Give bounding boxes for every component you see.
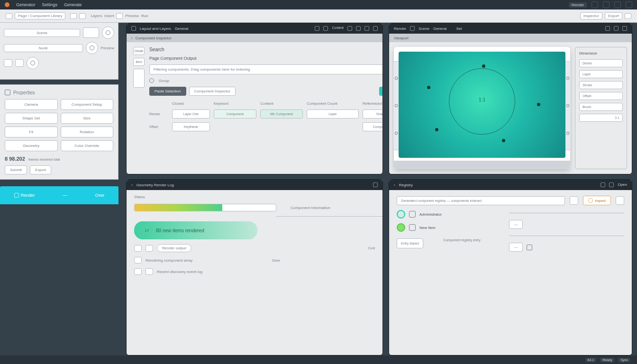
open-link[interactable]: Open — [618, 182, 627, 187]
tab-scene[interactable]: Scene — [419, 27, 429, 31]
clear-icon[interactable] — [570, 196, 578, 205]
dial-icon[interactable] — [102, 27, 114, 39]
inspector-button[interactable]: Component Inspector — [189, 87, 236, 96]
play-icon[interactable] — [116, 13, 123, 19]
swatch-icon[interactable] — [4, 59, 12, 67]
prop-row[interactable]: Brush — [579, 103, 623, 111]
entry-card[interactable]: Entry Saved — [397, 238, 423, 248]
back-icon[interactable] — [6, 13, 12, 19]
device-screen[interactable]: 1:1 — [399, 52, 565, 158]
table-cell[interactable]: Layer One — [172, 109, 210, 118]
node-icon[interactable] — [537, 103, 540, 106]
swatch-icon[interactable] — [15, 59, 24, 67]
render-chip[interactable]: Render — [569, 2, 587, 8]
lock-icon[interactable] — [356, 26, 361, 31]
registry-item[interactable]: New Item — [397, 223, 481, 232]
minimize-icon[interactable] — [373, 182, 378, 187]
sidetab[interactable]: Detail — [133, 47, 145, 55]
tab-export[interactable]: Export — [605, 12, 622, 19]
sidetab[interactable]: Item — [133, 58, 145, 66]
tab-extra[interactable]: Content — [332, 26, 344, 31]
tab-layout[interactable]: Layout and Layers — [140, 27, 171, 31]
table-cell[interactable]: Component — [214, 109, 256, 118]
tab-general[interactable]: General — [175, 27, 188, 31]
sidetab-blank[interactable] — [133, 69, 145, 88]
prop-cell[interactable]: Component Setup — [61, 99, 114, 110]
settings-icon[interactable] — [625, 13, 631, 19]
prop-cell[interactable]: Fit — [5, 127, 58, 137]
tab-set[interactable]: Set — [456, 27, 462, 31]
prop-cell[interactable]: Color Override — [61, 140, 114, 151]
settings-icon[interactable] — [609, 182, 614, 187]
menu-generate[interactable]: Generate — [64, 2, 82, 7]
toolbar-item[interactable]: Layers — [91, 14, 102, 18]
prop-row[interactable]: 3 1 — [579, 114, 623, 122]
node-icon[interactable] — [502, 139, 505, 142]
prop-cell[interactable]: Geometry — [5, 140, 58, 151]
thumb-icon[interactable] — [83, 27, 99, 38]
thumb-icon[interactable] — [428, 238, 438, 247]
slot-card[interactable]: — — [509, 220, 523, 229]
search-input[interactable]: Filtering components. Drag components he… — [149, 64, 383, 74]
footer-over[interactable]: Over — [95, 193, 105, 198]
copy-icon[interactable] — [601, 182, 605, 187]
close-icon[interactable] — [373, 26, 378, 31]
registry-input[interactable]: Generated component registry — component… — [397, 196, 565, 205]
tool-icon-1[interactable] — [70, 13, 77, 19]
node-icon[interactable] — [482, 64, 485, 68]
table-cell[interactable]: Component — [363, 122, 383, 131]
toolbar-item[interactable]: Preview — [125, 14, 138, 18]
toolbar-item[interactable]: Run — [141, 14, 148, 18]
chevron-right-icon[interactable]: › — [131, 183, 133, 187]
tab-inspector[interactable]: Inspector — [580, 12, 602, 19]
slot-card[interactable]: — — [509, 243, 523, 252]
toolbar-item[interactable]: Insert — [104, 14, 114, 18]
expand-icon[interactable] — [364, 26, 369, 31]
tag-scene[interactable]: Scene — [4, 29, 80, 37]
node-icon[interactable] — [435, 128, 438, 131]
chevron-right-icon[interactable]: › — [394, 183, 395, 187]
link-icon[interactable] — [605, 26, 610, 31]
footer-render[interactable]: Render — [14, 193, 35, 198]
table-cell[interactable]: Mir Component — [260, 109, 303, 118]
summary-pill[interactable]: 17 80 new items rendered — [134, 221, 257, 239]
breadcrumb[interactable]: Page / Component Library — [15, 12, 65, 19]
tab-render[interactable]: Render — [394, 27, 406, 31]
user-icon[interactable] — [614, 1, 621, 8]
tab-general[interactable]: General — [433, 27, 446, 31]
box-icon[interactable] — [527, 245, 532, 250]
dial-icon[interactable] — [86, 42, 98, 54]
tool-icon-2[interactable] — [79, 13, 86, 19]
prop-row[interactable]: Layer — [579, 70, 623, 78]
refresh-icon[interactable] — [315, 26, 319, 31]
prop-cell[interactable]: Shape Set — [5, 113, 58, 124]
more-icon[interactable] — [616, 196, 624, 205]
cloud-icon[interactable] — [603, 1, 610, 8]
filter-icon[interactable] — [323, 26, 328, 31]
table-cell[interactable]: Layer — [307, 109, 359, 118]
prop-row[interactable]: Dimen — [579, 59, 623, 67]
prop-cell[interactable]: Rotation — [61, 127, 114, 137]
paste-button[interactable]: Paste Selection — [149, 87, 186, 96]
menu-settings[interactable]: Settings — [42, 2, 58, 7]
node-icon[interactable] — [427, 86, 430, 89]
prop-cell[interactable]: Camera — [5, 99, 58, 110]
inspect-button[interactable]: Inspect — [583, 196, 611, 205]
import-button[interactable]: Import — [379, 87, 383, 96]
prop-cell[interactable]: Size — [61, 113, 114, 124]
prop-row[interactable]: Stroke — [579, 81, 623, 89]
table-cell[interactable]: Keyframe — [172, 122, 210, 131]
table-cell[interactable]: Shared — [363, 109, 383, 118]
more-icon[interactable] — [626, 1, 632, 8]
chevron-left-icon[interactable]: ‹ — [131, 36, 133, 40]
submit-button[interactable]: Submit — [5, 165, 27, 174]
status-sync[interactable]: Sync — [618, 358, 630, 362]
share-icon[interactable] — [592, 1, 598, 8]
export-button[interactable]: Export — [30, 165, 51, 174]
grid-icon[interactable] — [614, 26, 619, 31]
prop-row[interactable]: Offset — [579, 92, 623, 100]
download-icon[interactable] — [347, 26, 352, 31]
expand-icon[interactable] — [622, 26, 627, 31]
tag-node[interactable]: Node — [4, 44, 83, 52]
registry-item[interactable]: Administrator — [397, 210, 481, 218]
